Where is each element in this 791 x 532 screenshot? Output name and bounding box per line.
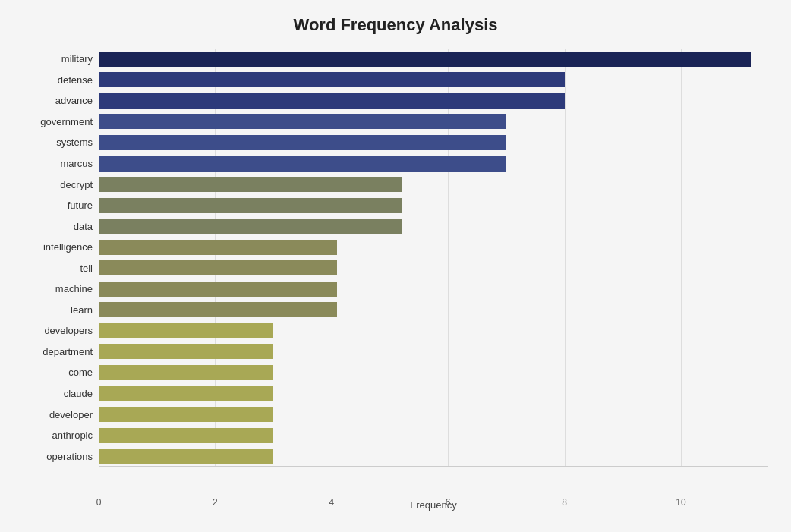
bar (99, 240, 337, 255)
bar-row (99, 112, 768, 131)
y-label: tell (80, 258, 93, 278)
bar-row (99, 321, 768, 341)
y-label: systems (56, 133, 93, 153)
y-label: defense (58, 70, 93, 90)
y-label: decrypt (60, 175, 93, 194)
bar (99, 323, 273, 338)
bar (99, 449, 273, 464)
chart-title: Word Frequency Analysis (23, 15, 768, 35)
y-label: machine (55, 279, 93, 299)
bar (99, 365, 273, 380)
bar (99, 282, 337, 297)
bar-row (99, 384, 768, 404)
bar (99, 93, 565, 109)
bar (99, 52, 751, 67)
bar (99, 156, 506, 172)
y-label: come (68, 363, 93, 382)
y-label: learn (71, 300, 93, 320)
bar (99, 135, 506, 150)
bar-row (99, 70, 768, 90)
bar (99, 428, 273, 443)
y-label: developers (44, 321, 93, 341)
y-label: future (68, 196, 93, 216)
bar-row (99, 446, 768, 466)
y-label: developer (49, 405, 93, 424)
bar-row (99, 91, 768, 111)
y-label: intelligence (43, 238, 93, 257)
bar-row (99, 363, 768, 382)
y-label: operations (46, 446, 93, 466)
bar-row (99, 133, 768, 153)
bar-row (99, 196, 768, 216)
y-label: claude (64, 384, 93, 404)
bar-row (99, 175, 768, 194)
bar (99, 386, 273, 401)
y-label: marcus (60, 154, 93, 174)
chart-container: Word Frequency Analysis militarydefensea… (0, 0, 791, 532)
bar (99, 302, 337, 317)
y-label: military (61, 49, 93, 69)
bar (99, 198, 402, 213)
y-label: government (40, 112, 93, 131)
bar-row (99, 279, 768, 299)
bar (99, 114, 506, 129)
bar (99, 219, 402, 234)
bar-row (99, 258, 768, 278)
y-label: advance (55, 91, 93, 111)
bar-row (99, 405, 768, 424)
bar-row (99, 300, 768, 320)
bar (99, 177, 402, 192)
bar-row (99, 342, 768, 361)
bar-row (99, 49, 768, 69)
bar-row (99, 426, 768, 445)
bar-row (99, 216, 768, 236)
chart-area: militarydefenseadvancegovernmentsystemsm… (23, 49, 768, 467)
x-axis-label: Frequency (99, 499, 768, 511)
bars-and-grid: 0246810 Frequency (99, 49, 768, 467)
y-labels: militarydefenseadvancegovernmentsystemsm… (23, 49, 99, 467)
y-label: data (74, 216, 93, 236)
y-label: anthropic (52, 426, 93, 445)
y-label: department (43, 342, 93, 361)
bar (99, 260, 337, 275)
bar-row (99, 154, 768, 174)
bar (99, 344, 273, 359)
bar (99, 407, 273, 422)
bar-row (99, 238, 768, 257)
bar (99, 72, 565, 87)
